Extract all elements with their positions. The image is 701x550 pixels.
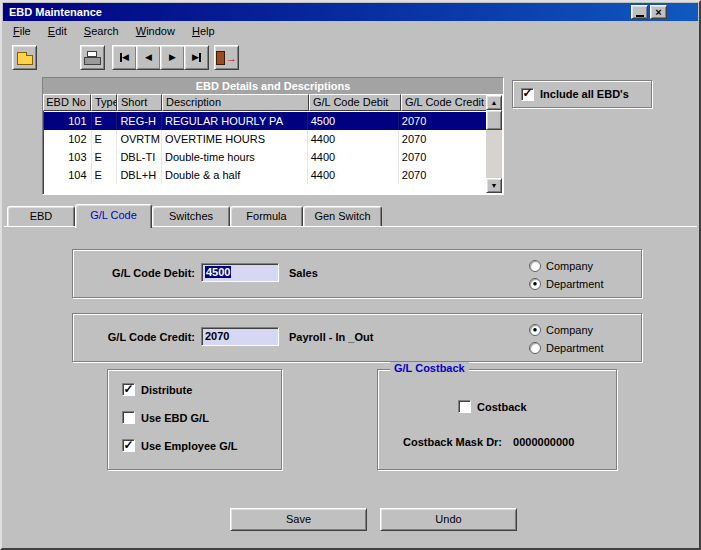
debit-department-radio[interactable]: ● <box>529 278 541 290</box>
gl-credit-input[interactable]: 2070 <box>201 327 279 346</box>
table-row[interactable]: 104 E DBL+H Double & a half 4400 2070 <box>44 166 486 184</box>
cell-description: REGULAR HOURLY PA <box>162 112 308 130</box>
tab-gen-switch[interactable]: Gen Switch <box>303 206 382 226</box>
debit-department-label: Department <box>546 278 603 290</box>
exit-icon <box>216 51 225 65</box>
tab-switches[interactable]: Switches <box>152 206 230 226</box>
tab-gl-code[interactable]: G/L Code <box>75 204 152 228</box>
switches-group: ✓ Distribute Use EBD G/L ✓ Use Employee … <box>107 369 282 470</box>
tab-formula[interactable]: Formula <box>230 206 303 226</box>
print-button[interactable] <box>80 45 105 70</box>
minimize-button[interactable] <box>631 5 648 19</box>
debit-company-radio[interactable] <box>529 260 541 272</box>
cell-description: Double & a half <box>162 166 308 184</box>
cell-ebd-no: 101 <box>44 112 92 130</box>
cell-short: REG-H <box>117 112 162 130</box>
exit-button[interactable]: → <box>214 45 239 70</box>
cell-gl-debit: 4500 <box>308 112 399 130</box>
grid-scrollbar[interactable]: ▲ ▼ <box>486 95 502 193</box>
cell-short: OVRTM <box>117 130 162 148</box>
cell-gl-credit: 2070 <box>399 130 486 148</box>
previous-record-icon: ◀ <box>145 53 152 62</box>
credit-department-label: Department <box>546 342 603 354</box>
cell-gl-debit: 4400 <box>308 148 399 166</box>
costback-label: Costback <box>477 401 527 413</box>
credit-company-label: Company <box>546 324 593 336</box>
gl-debit-account-name: Sales <box>289 267 318 279</box>
cell-gl-credit: 2070 <box>399 148 486 166</box>
table-row[interactable]: 103 E DBL-TI Double-time hours 4400 2070 <box>44 148 486 166</box>
minimize-icon <box>636 15 644 17</box>
table-row[interactable]: 102 E OVRTM OVERTIME HOURS 4400 2070 <box>44 130 486 148</box>
menu-bar: File Edit Search Window Help <box>4 23 697 42</box>
column-header-short[interactable]: Short <box>117 94 162 111</box>
last-record-button[interactable]: ▶ <box>184 45 209 70</box>
gl-debit-input[interactable]: 4500 <box>201 263 279 282</box>
grid-body: 101 E REG-H REGULAR HOURLY PA 4500 2070 … <box>44 112 486 193</box>
scroll-down-button[interactable]: ▼ <box>486 178 502 193</box>
ebd-grid: EBD Details and Descriptions EBD No Type… <box>42 77 504 195</box>
print-icon <box>84 51 101 65</box>
distribute-checkbox[interactable]: ✓ <box>122 383 135 396</box>
use-ebd-gl-label: Use EBD G/L <box>141 412 209 424</box>
new-file-icon <box>17 55 33 65</box>
close-button[interactable]: × <box>650 5 667 19</box>
cell-type: E <box>92 130 118 148</box>
previous-record-button[interactable]: ◀ <box>136 45 161 70</box>
menu-help[interactable]: Help <box>185 23 222 39</box>
scroll-thumb[interactable] <box>486 110 502 130</box>
gl-debit-radio-group: Company ● Department <box>529 259 603 291</box>
next-record-button[interactable]: ▶ <box>160 45 185 70</box>
last-record-icon: ▶ <box>192 53 199 62</box>
new-button[interactable] <box>12 45 37 70</box>
menu-window[interactable]: Window <box>129 23 182 39</box>
cell-ebd-no: 104 <box>44 166 92 184</box>
cell-short: DBL+H <box>117 166 162 184</box>
distribute-label: Distribute <box>141 384 192 396</box>
next-record-icon: ▶ <box>169 53 176 62</box>
credit-department-radio[interactable] <box>529 342 541 354</box>
title-bar[interactable]: EBD Maintenance × <box>3 3 698 21</box>
cell-gl-credit: 2070 <box>399 112 486 130</box>
column-header-gl-debit[interactable]: G/L Code Debit <box>309 94 401 111</box>
cell-description: Double-time hours <box>162 148 308 166</box>
costback-mask: Costback Mask Dr: 0000000000 <box>403 436 574 448</box>
menu-file[interactable]: File <box>6 23 38 39</box>
first-record-icon: ◀ <box>122 53 129 62</box>
table-row[interactable]: 101 E REG-H REGULAR HOURLY PA 4500 2070 <box>44 112 486 130</box>
toolbar: ◀ ◀ ▶ ▶ → <box>4 43 697 74</box>
scroll-down-icon: ▼ <box>491 182 498 189</box>
gl-debit-label: G/L Code Debit: <box>83 267 195 279</box>
costback-checkbox[interactable] <box>458 400 471 413</box>
gl-credit-group: G/L Code Credit: 2070 Payroll - In _Out … <box>72 313 642 362</box>
cell-ebd-no: 102 <box>44 130 92 148</box>
column-header-type[interactable]: Type <box>91 94 117 111</box>
include-all-checkbox[interactable]: ✓ <box>521 88 534 101</box>
column-header-gl-credit[interactable]: G/L Code Credit <box>401 94 489 111</box>
tab-ebd[interactable]: EBD <box>7 206 75 226</box>
column-header-ebd-no[interactable]: EBD No <box>43 94 91 111</box>
debit-company-label: Company <box>546 260 593 272</box>
scroll-up-button[interactable]: ▲ <box>486 95 502 110</box>
use-ebd-gl-checkbox[interactable] <box>122 411 135 424</box>
first-record-button[interactable]: ◀ <box>112 45 137 70</box>
cell-type: E <box>92 148 118 166</box>
gl-credit-label: G/L Code Credit: <box>83 331 195 343</box>
cell-ebd-no: 103 <box>44 148 92 166</box>
menu-search[interactable]: Search <box>77 23 126 39</box>
cell-description: OVERTIME HOURS <box>162 130 308 148</box>
grid-title: EBD Details and Descriptions <box>43 78 503 94</box>
include-all-label: Include all EBD's <box>540 88 629 100</box>
credit-company-radio[interactable]: ● <box>529 324 541 336</box>
menu-edit[interactable]: Edit <box>41 23 74 39</box>
use-employee-gl-checkbox[interactable]: ✓ <box>122 439 135 452</box>
column-header-description[interactable]: Description <box>162 94 309 111</box>
gl-debit-group: G/L Code Debit: 4500 Sales Company ● Dep… <box>72 249 642 298</box>
save-button[interactable]: Save <box>230 508 367 531</box>
cell-gl-credit: 2070 <box>399 166 486 184</box>
cell-short: DBL-TI <box>117 148 162 166</box>
gl-credit-account-name: Payroll - In _Out <box>289 331 373 343</box>
undo-button[interactable]: Undo <box>380 508 517 531</box>
ebd-maintenance-window: EBD Maintenance × File Edit Search Windo… <box>0 0 701 550</box>
costback-mask-value: 0000000000 <box>513 436 574 448</box>
